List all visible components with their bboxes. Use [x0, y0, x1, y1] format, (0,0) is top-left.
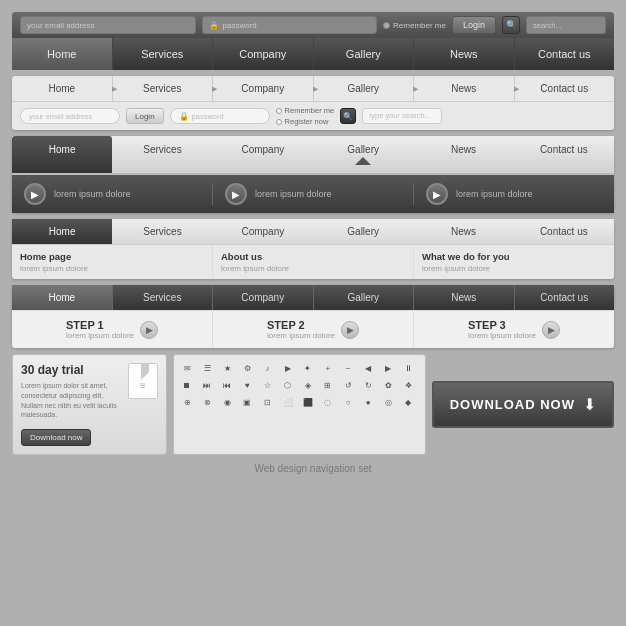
- step-2-arrow[interactable]: ▶: [341, 321, 359, 339]
- nav3-item-home[interactable]: Home: [12, 136, 112, 173]
- search-button-1[interactable]: 🔍: [502, 16, 520, 34]
- icon-cell-23[interactable]: ❖: [401, 378, 415, 392]
- icon-cell-29[interactable]: ⬜: [281, 395, 295, 409]
- trial-title: 30 day trial: [21, 363, 118, 377]
- icon-cell-11[interactable]: ⏸: [401, 361, 415, 375]
- icon-cell-16[interactable]: ☆: [261, 378, 275, 392]
- step-1[interactable]: STEP 1 lorem ipsum dolore ▶: [12, 311, 213, 348]
- nav2-item-company[interactable]: Company: [213, 76, 314, 101]
- step-2[interactable]: STEP 2 lorem ipsum dolore ▶: [213, 311, 414, 348]
- icon-cell-2[interactable]: ★: [220, 361, 234, 375]
- icon-cell-3[interactable]: ⚙: [240, 361, 254, 375]
- nav3-item-news[interactable]: News: [413, 136, 513, 173]
- icon-cell-0[interactable]: ✉: [180, 361, 194, 375]
- remember-radio[interactable]: [383, 22, 390, 29]
- navbar-1-top: your email address 🔒 password Remember m…: [12, 12, 614, 38]
- icon-cell-5[interactable]: ▶: [281, 361, 295, 375]
- step-3-arrow[interactable]: ▶: [542, 321, 560, 339]
- remember-radio-2[interactable]: [276, 108, 282, 114]
- icon-cell-1[interactable]: ☰: [200, 361, 214, 375]
- nav3-item-gallery[interactable]: Gallery: [313, 136, 413, 173]
- icon-cell-8[interactable]: −: [341, 361, 355, 375]
- icon-cell-25[interactable]: ⊗: [200, 395, 214, 409]
- icon-cell-17[interactable]: ⬡: [281, 378, 295, 392]
- submenu-item-2[interactable]: About us lorem ipsum dolore: [213, 245, 414, 279]
- icon-cell-7[interactable]: +: [321, 361, 335, 375]
- email-input-2[interactable]: your email address: [20, 108, 120, 124]
- register-radio[interactable]: [276, 119, 282, 125]
- carousel-item-3: ▶ lorem ipsum dolore: [414, 183, 614, 205]
- icon-cell-26[interactable]: ◉: [220, 395, 234, 409]
- nav4-item-news[interactable]: News: [413, 219, 513, 244]
- nav3-item-company[interactable]: Company: [213, 136, 313, 173]
- nav4-item-gallery[interactable]: Gallery: [313, 219, 413, 244]
- icon-cell-27[interactable]: ▣: [240, 395, 254, 409]
- icon-cell-35[interactable]: ◆: [401, 395, 415, 409]
- nav4-item-company[interactable]: Company: [213, 219, 313, 244]
- submenu-item-1[interactable]: Home page lorem ipsum dolore: [12, 245, 213, 279]
- nav3-item-services[interactable]: Services: [112, 136, 212, 173]
- search-input-1[interactable]: search...: [526, 16, 606, 34]
- nav1-item-company[interactable]: Company: [213, 38, 314, 70]
- nav2-item-contact[interactable]: Contact us: [515, 76, 615, 101]
- icon-cell-24[interactable]: ⊕: [180, 395, 194, 409]
- step-1-arrow[interactable]: ▶: [140, 321, 158, 339]
- nav1-item-services[interactable]: Services: [113, 38, 214, 70]
- nav5-item-gallery[interactable]: Gallery: [314, 285, 415, 310]
- icon-cell-22[interactable]: ✿: [381, 378, 395, 392]
- icon-cell-12[interactable]: ⏹: [180, 378, 194, 392]
- icon-cell-9[interactable]: ◀: [361, 361, 375, 375]
- nav5-item-services[interactable]: Services: [113, 285, 214, 310]
- step-3[interactable]: STEP 3 lorem ipsum dolore ▶: [414, 311, 614, 348]
- nav2-item-gallery[interactable]: Gallery: [314, 76, 415, 101]
- nav2-item-home[interactable]: Home: [12, 76, 113, 101]
- nav4-item-home[interactable]: Home: [12, 219, 112, 244]
- nav5-item-home[interactable]: Home: [12, 285, 113, 310]
- icon-cell-18[interactable]: ◈: [301, 378, 315, 392]
- password-input-1[interactable]: 🔒 password: [202, 16, 378, 34]
- icon-cell-6[interactable]: ✦: [301, 361, 315, 375]
- nav4-item-services[interactable]: Services: [112, 219, 212, 244]
- carousel-arrow-1[interactable]: ▶: [24, 183, 46, 205]
- icon-cell-28[interactable]: ⊡: [261, 395, 275, 409]
- nav1-item-contact[interactable]: Contact us: [515, 38, 615, 70]
- icon-cell-31[interactable]: ◌: [321, 395, 335, 409]
- login-button-1[interactable]: Login: [452, 16, 496, 34]
- icon-cell-33[interactable]: ●: [361, 395, 375, 409]
- icon-cell-10[interactable]: ▶: [381, 361, 395, 375]
- carousel-arrow-3[interactable]: ▶: [426, 183, 448, 205]
- submenu-item-3[interactable]: What we do for you lorem ipsum dolore: [414, 245, 614, 279]
- step-2-text: STEP 2 lorem ipsum dolore: [267, 319, 335, 340]
- icon-cell-32[interactable]: ○: [341, 395, 355, 409]
- search-input-2[interactable]: type your search...: [362, 108, 442, 124]
- nav5-item-news[interactable]: News: [414, 285, 515, 310]
- gallery-arrow: [355, 157, 371, 165]
- icon-cell-15[interactable]: ♥: [240, 378, 254, 392]
- email-input-1[interactable]: your email address: [20, 16, 196, 34]
- icon-cell-4[interactable]: ♪: [261, 361, 275, 375]
- carousel-arrow-2[interactable]: ▶: [225, 183, 247, 205]
- nav1-item-home[interactable]: Home: [12, 38, 113, 70]
- icon-cell-30[interactable]: ⬛: [301, 395, 315, 409]
- nav4-item-contact[interactable]: Contact us: [514, 219, 614, 244]
- icon-cell-14[interactable]: ⏮: [220, 378, 234, 392]
- nav5-item-contact[interactable]: Contact us: [515, 285, 615, 310]
- nav5-item-company[interactable]: Company: [213, 285, 314, 310]
- trial-download-button[interactable]: Download now: [21, 429, 91, 446]
- nav1-item-news[interactable]: News: [414, 38, 515, 70]
- step-1-title: STEP 1: [66, 319, 134, 331]
- icon-cell-13[interactable]: ⏭: [200, 378, 214, 392]
- icon-cell-34[interactable]: ◎: [381, 395, 395, 409]
- nav1-item-gallery[interactable]: Gallery: [314, 38, 415, 70]
- search-button-2[interactable]: 🔍: [340, 108, 356, 124]
- icon-cell-19[interactable]: ⊞: [321, 378, 335, 392]
- login-button-2[interactable]: Login: [126, 108, 164, 124]
- nav2-item-services[interactable]: Services: [113, 76, 214, 101]
- nav2-item-news[interactable]: News: [414, 76, 515, 101]
- download-now-button[interactable]: DOWNLOAD NOW ⬇: [432, 381, 614, 428]
- carousel-text-1: lorem ipsum dolore: [54, 189, 131, 199]
- icon-cell-20[interactable]: ↺: [341, 378, 355, 392]
- icon-cell-21[interactable]: ↻: [361, 378, 375, 392]
- nav3-item-contact[interactable]: Contact us: [514, 136, 614, 173]
- password-input-2[interactable]: 🔒 password: [170, 108, 270, 124]
